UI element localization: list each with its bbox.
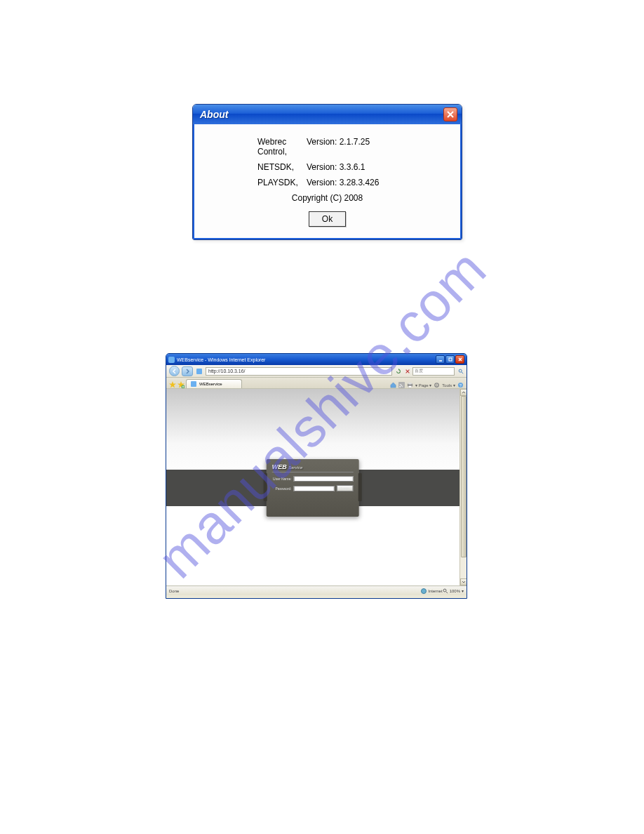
svg-point-1 (459, 369, 462, 372)
stop-icon[interactable] (405, 369, 410, 374)
about-title: About (200, 109, 228, 120)
logo-main: WEB (272, 463, 287, 470)
ie-icon (168, 357, 175, 363)
print-icon[interactable] (407, 382, 413, 388)
browser-status-bar: Done Internet 100% ▾ (166, 585, 467, 595)
arrow-right-icon (185, 369, 190, 374)
password-input[interactable] (294, 486, 335, 491)
toolbar-right: ▾ Page ▾ Tools ▾ ? (390, 382, 464, 388)
login-panel: WEB Service User Name: Password: Login (267, 459, 359, 517)
login-row-password: Password: Login (272, 485, 354, 491)
about-row: NETSDK, Version: 3.3.6.1 (215, 162, 439, 172)
about-titlebar: About (193, 105, 462, 124)
tab-label: WEBservice (199, 382, 222, 386)
ok-button[interactable]: Ok (309, 211, 346, 227)
window-buttons (436, 355, 464, 364)
back-button[interactable] (169, 366, 180, 376)
chevron-down-icon (462, 580, 466, 584)
browser-titlebar: WEBservice - Windows Internet Explorer (166, 354, 467, 365)
logo-sub: Service (288, 465, 302, 470)
search-placeholder: 百度 (415, 368, 423, 374)
close-icon (458, 357, 462, 362)
forward-button[interactable] (182, 366, 193, 376)
component-name: NETSDK, (215, 162, 307, 172)
svg-point-9 (436, 385, 438, 386)
login-row-username: User Name: (272, 476, 354, 482)
login-divider (272, 472, 354, 472)
about-dialog: About Webrec Control, Version: 2.1.7.25 … (192, 104, 462, 240)
component-version: Version: 3.28.3.426 (307, 178, 379, 187)
svg-point-12 (443, 589, 446, 592)
ok-button-row: Ok (215, 211, 439, 227)
home-icon[interactable] (390, 382, 396, 388)
window-close-button[interactable] (455, 355, 464, 364)
login-logo: WEB Service (272, 463, 354, 470)
browser-title: WEBservice - Windows Internet Explorer (177, 357, 265, 362)
browser-window: WEBservice - Windows Internet Explorer h… (166, 353, 467, 599)
add-favorites-icon[interactable] (177, 381, 185, 388)
password-label: Password: (272, 486, 292, 491)
zoom-control[interactable]: 100% ▾ (443, 588, 464, 594)
svg-point-4 (399, 386, 401, 388)
close-button[interactable] (443, 107, 457, 121)
about-row: PLAYSDK, Version: 3.28.3.426 (215, 178, 439, 187)
toolbar-tools-menu[interactable]: Tools ▾ (442, 383, 455, 388)
browser-title-left: WEBservice - Windows Internet Explorer (168, 357, 265, 363)
panel-clip-right (358, 473, 362, 501)
help-icon[interactable]: ? (457, 382, 464, 388)
maximize-button[interactable] (445, 355, 455, 364)
scroll-up-button[interactable] (460, 389, 467, 396)
search-icon[interactable] (458, 369, 464, 374)
feeds-icon[interactable] (398, 382, 405, 388)
scroll-thumb[interactable] (461, 396, 467, 557)
component-version: Version: 2.1.7.25 (307, 137, 370, 157)
username-input[interactable] (294, 476, 354, 482)
globe-icon (421, 588, 427, 594)
arrow-left-icon (172, 369, 177, 374)
browser-tabs-bar: WEBservice ▾ Page ▾ Tools ▾ ? (166, 378, 467, 389)
scroll-down-button[interactable] (460, 578, 467, 585)
svg-rect-0 (449, 358, 452, 361)
browser-tab[interactable]: WEBservice (186, 379, 242, 388)
svg-rect-6 (408, 383, 412, 385)
copyright-text: Copyright (C) 2008 (215, 193, 439, 203)
browser-content: WEB Service User Name: Password: Login (166, 389, 467, 585)
browser-nav-bar: http://10.10.3.16/ 百度 (166, 365, 467, 378)
panel-clip-left (264, 473, 267, 501)
minimize-icon (438, 357, 443, 362)
favorites-star-icon[interactable] (169, 381, 176, 388)
about-row: Webrec Control, Version: 2.1.7.25 (215, 137, 439, 157)
component-name: Webrec Control, (215, 137, 307, 157)
svg-rect-7 (408, 385, 412, 388)
vertical-scrollbar[interactable] (459, 389, 467, 585)
zoom-value: 100% (450, 589, 460, 593)
status-zone: Internet (421, 588, 442, 594)
toolbar-page-menu[interactable]: ▾ Page ▾ (415, 383, 431, 388)
search-box[interactable]: 百度 (412, 367, 455, 376)
minimize-button[interactable] (436, 355, 445, 364)
maximize-icon (448, 357, 452, 362)
svg-text:?: ? (459, 383, 462, 388)
login-button[interactable]: Login (336, 485, 353, 491)
status-text: Done (169, 589, 421, 593)
zoom-icon (443, 588, 448, 594)
chevron-up-icon (462, 390, 466, 395)
address-bar[interactable]: http://10.10.3.16/ (206, 367, 392, 376)
close-icon (447, 111, 454, 118)
username-label: User Name: (272, 477, 292, 481)
component-version: Version: 3.3.6.1 (307, 162, 365, 172)
about-body: Webrec Control, Version: 2.1.7.25 NETSDK… (193, 124, 462, 239)
component-name: PLAYSDK, (215, 178, 307, 187)
zone-text: Internet (428, 589, 442, 593)
tools-gear-icon[interactable] (434, 382, 440, 388)
tab-page-icon (191, 381, 196, 387)
refresh-icon[interactable] (396, 369, 401, 374)
page-icon (196, 369, 202, 374)
